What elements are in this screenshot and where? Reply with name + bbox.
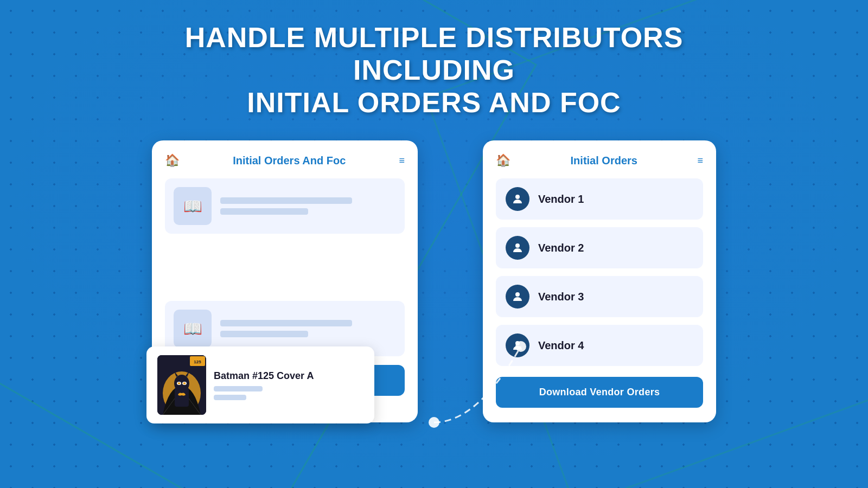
right-menu-icon[interactable]: ≡ (697, 155, 703, 166)
svg-point-15 (515, 341, 526, 352)
skeleton-line (220, 197, 352, 204)
person-icon-1 (511, 192, 524, 206)
connector-arrow (418, 303, 537, 455)
right-home-icon: 🏠 (496, 153, 510, 168)
svg-text:125: 125 (194, 359, 201, 364)
left-menu-icon[interactable]: ≡ (399, 155, 405, 166)
svg-point-16 (515, 195, 520, 199)
svg-point-9 (183, 382, 186, 384)
svg-point-8 (178, 382, 181, 384)
left-panel-title: Initial Orders And Foc (186, 155, 392, 167)
spacer (165, 241, 405, 301)
skeleton-lines-2 (220, 320, 396, 337)
person-icon-3 (511, 290, 524, 303)
left-home-icon: 🏠 (165, 153, 180, 168)
svg-point-17 (515, 243, 520, 248)
skeleton-line (220, 320, 352, 326)
page-content: HANDLE MULTIPLE DISTRIBUTORS INCLUDING I… (0, 0, 868, 422)
vendor-item-2[interactable]: Vendor 2 (496, 227, 703, 268)
skeleton-item-1: 📖 (165, 178, 405, 234)
svg-point-14 (429, 417, 439, 428)
vendor-item-1[interactable]: Vendor 1 (496, 178, 703, 220)
book-icon-2: 📖 (174, 310, 212, 348)
vendor-avatar-2 (506, 236, 529, 260)
vendor-avatar-1 (506, 187, 529, 211)
vendor-name-3: Vendor 3 (538, 291, 584, 303)
vendor-name-2: Vendor 2 (538, 242, 584, 254)
comic-sub-lines (214, 386, 314, 400)
skeleton-line (220, 331, 308, 337)
svg-point-3 (174, 375, 189, 392)
panels-row: 🏠 Initial Orders And Foc ≡ 📖 📖 (152, 140, 716, 422)
left-panel-header: 🏠 Initial Orders And Foc ≡ (165, 153, 405, 168)
comic-sub-line (214, 386, 263, 391)
skeleton-lines-1 (220, 197, 396, 215)
comic-cover: 125 (157, 355, 206, 415)
comic-title: Batman #125 Cover A (214, 370, 314, 382)
batman-art: 125 (157, 355, 206, 415)
book-icon-1: 📖 (174, 187, 212, 225)
svg-point-18 (515, 292, 520, 297)
skeleton-line (220, 208, 308, 215)
page-title: HANDLE MULTIPLE DISTRIBUTORS INCLUDING I… (136, 22, 732, 119)
comic-info: Batman #125 Cover A (214, 370, 314, 400)
comic-card: 125 Batman #125 Cover A (146, 346, 374, 423)
vendor-name-1: Vendor 1 (538, 193, 584, 206)
vendor-name-4: Vendor 4 (538, 339, 584, 352)
right-panel-header: 🏠 Initial Orders ≡ (496, 153, 703, 168)
left-panel: 🏠 Initial Orders And Foc ≡ 📖 📖 (152, 140, 418, 422)
person-icon-2 (511, 241, 524, 254)
right-panel-title: Initial Orders (517, 155, 691, 167)
comic-sub-line (214, 395, 246, 400)
